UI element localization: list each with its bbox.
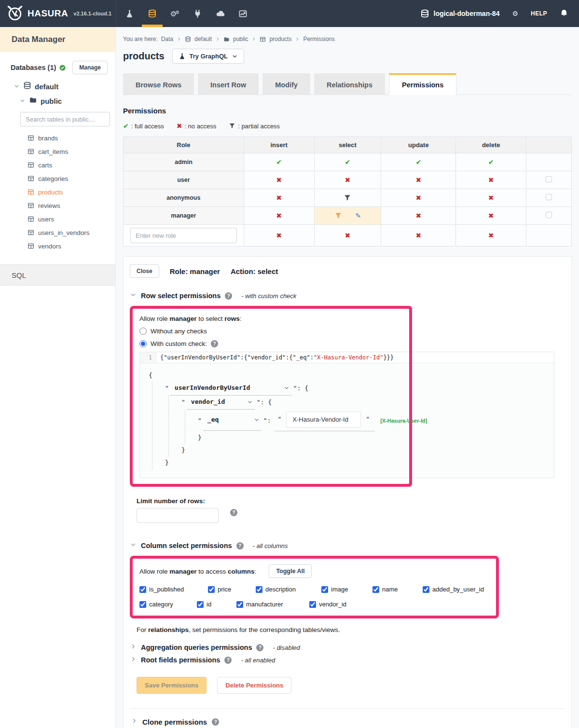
breadcrumb-schema[interactable]: public: [233, 36, 248, 42]
project-name-button[interactable]: logical-doberman-84: [420, 9, 500, 18]
data-database-icon[interactable]: [141, 0, 164, 27]
session-variable-suggestion[interactable]: [X-Hasura-User-Id]: [380, 411, 427, 430]
column-checkbox-category[interactable]: category: [139, 601, 197, 608]
perm-manager-delete[interactable]: ✖: [456, 207, 526, 225]
tab-insert-row[interactable]: Insert Row: [198, 73, 259, 95]
sidebar-item-sql[interactable]: SQL: [0, 264, 115, 286]
column-checkbox-name[interactable]: name: [372, 586, 423, 593]
help-icon[interactable]: ?: [225, 292, 232, 300]
sidebar-item-table-products[interactable]: products: [28, 185, 115, 199]
perm-anonymous-delete[interactable]: ✖: [456, 189, 526, 207]
sidebar-item-table-carts[interactable]: carts: [28, 158, 115, 172]
operator-select-userInVendorByUserId[interactable]: userInVendorByUserId: [171, 382, 291, 396]
session-variable-input[interactable]: [286, 412, 361, 427]
custom-check-editor[interactable]: 1 {"userInVendorByUserId":{"vendor_id":{…: [139, 352, 554, 478]
clone-permissions-header[interactable]: Clone permissions ?: [130, 708, 565, 728]
toggle-all-button[interactable]: Toggle All: [269, 564, 312, 578]
events-cloud-icon[interactable]: [209, 0, 232, 27]
sidebar-item-table-cart-items[interactable]: cart_items: [28, 145, 115, 158]
perm-admin-update[interactable]: ✔: [381, 153, 456, 171]
help-link[interactable]: HELP: [531, 10, 547, 17]
manage-button[interactable]: Manage: [72, 61, 108, 74]
help-icon[interactable]: ?: [230, 509, 237, 516]
operator-select-eq[interactable]: _eq: [204, 410, 262, 431]
chevron-down-icon[interactable]: [14, 82, 20, 91]
breadcrumb-table[interactable]: products: [269, 36, 291, 42]
column-checkbox-description[interactable]: description: [256, 586, 321, 593]
column-checkbox-id[interactable]: id: [197, 601, 236, 608]
aggregation-permissions-header[interactable]: Aggregation queries permissions ? - disa…: [130, 643, 565, 652]
delete-permissions-button[interactable]: Delete Permissions: [217, 677, 291, 694]
sidebar-item-table-brands[interactable]: brands: [28, 131, 115, 145]
column-checkbox-added-by-user-id[interactable]: added_by_user_id: [423, 586, 484, 593]
perm-user-delete[interactable]: ✖: [456, 171, 526, 189]
help-icon[interactable]: ?: [224, 657, 232, 664]
sidebar-item-schema-public[interactable]: public: [0, 94, 115, 108]
save-permissions-button[interactable]: Save Permissions: [137, 677, 207, 694]
try-graphql-button[interactable]: Try GraphQL: [172, 49, 244, 64]
column-checkbox-price[interactable]: price: [208, 586, 256, 593]
notifications-bell-icon[interactable]: [560, 8, 568, 19]
column-checkbox-vendor-id[interactable]: vendor_id: [309, 601, 346, 608]
radio-without-checks-input[interactable]: [139, 328, 147, 335]
close-button[interactable]: Close: [130, 264, 159, 278]
radio-with-custom-check[interactable]: With custom check: ?: [139, 340, 409, 347]
row-checkbox[interactable]: [546, 176, 552, 182]
settings-gear-icon[interactable]: ⚙: [512, 10, 518, 17]
tab-permissions[interactable]: Permissions: [389, 73, 456, 95]
perm-admin-select[interactable]: ✔: [314, 153, 381, 171]
perm-manager-update[interactable]: ✖: [381, 207, 456, 225]
chevron-down-icon[interactable]: [19, 97, 26, 105]
column-select-permissions-header[interactable]: Column select permissions ? - all column…: [130, 541, 565, 550]
radio-with-custom-check-input[interactable]: [139, 340, 147, 347]
breadcrumb-page[interactable]: Permissions: [303, 36, 334, 42]
sidebar-item-table-categories[interactable]: categories: [28, 172, 115, 185]
limit-rows-input[interactable]: [137, 508, 219, 523]
actions-gears-icon[interactable]: ⚙⚙: [164, 0, 186, 27]
api-flask-icon[interactable]: [118, 0, 141, 27]
allow-columns-row: Allow role manager to access columns: To…: [139, 564, 489, 578]
row-checkbox[interactable]: [546, 194, 552, 200]
sidebar-item-table-vendors[interactable]: vendors: [28, 239, 115, 253]
monitoring-chart-icon[interactable]: [232, 0, 254, 27]
perm-user-update[interactable]: ✖: [381, 171, 456, 189]
sidebar-item-database-default[interactable]: default: [0, 79, 115, 94]
perm-user-select[interactable]: ✖: [314, 171, 381, 189]
perm-manager-select-active[interactable]: ✎: [314, 207, 381, 225]
help-icon[interactable]: ?: [211, 340, 218, 347]
breadcrumb-database[interactable]: default: [194, 36, 212, 42]
edit-pencil-icon[interactable]: ✎: [356, 212, 361, 220]
remote-schemas-plug-icon[interactable]: [186, 0, 209, 27]
search-tables-input[interactable]: [20, 112, 110, 126]
column-checkbox-is-published[interactable]: is_published: [139, 586, 208, 593]
breadcrumb-data[interactable]: Data: [161, 36, 173, 42]
matrix-row-manager: manager ✖ ✎ ✖ ✖: [124, 207, 572, 225]
help-icon[interactable]: ?: [212, 718, 219, 726]
perm-admin-insert[interactable]: ✔: [244, 153, 314, 171]
root-fields-permissions-header[interactable]: Root fields permissions ? - all enabled: [130, 656, 565, 664]
perm-admin-delete[interactable]: ✔: [456, 153, 526, 171]
sidebar-item-table-users[interactable]: users: [28, 212, 115, 226]
help-icon[interactable]: ?: [236, 542, 244, 549]
help-icon[interactable]: ?: [256, 644, 263, 651]
hasura-logo[interactable]: HASURA v2.16.1-cloud.1: [0, 0, 116, 27]
check-icon: ✔: [488, 158, 494, 166]
column-checkbox-manufacturer[interactable]: manufacturer: [236, 601, 309, 608]
sidebar-item-table-reviews[interactable]: reviews: [28, 199, 115, 212]
column-checkbox-image[interactable]: image: [321, 586, 372, 593]
perm-anonymous-insert[interactable]: ✖: [244, 189, 314, 207]
row-checkbox[interactable]: [546, 212, 552, 218]
row-select-permissions-header[interactable]: Row select permissions ? - with custom c…: [130, 291, 565, 300]
new-role-input[interactable]: [130, 228, 237, 243]
tab-modify[interactable]: Modify: [262, 73, 310, 95]
operator-select-vendor-id[interactable]: vendor_id: [187, 396, 255, 410]
sidebar-item-table-users-in-vendors[interactable]: users_in_vendors: [28, 226, 115, 239]
code-line-1[interactable]: 1 {"userInVendorByUserId":{"vendor_id":{…: [140, 352, 554, 363]
tab-browse-rows[interactable]: Browse Rows: [123, 73, 194, 95]
perm-anonymous-update[interactable]: ✖: [381, 189, 456, 207]
perm-anonymous-select[interactable]: [314, 189, 381, 207]
tab-relationships[interactable]: Relationships: [314, 73, 385, 95]
perm-manager-insert[interactable]: ✖: [244, 207, 314, 225]
radio-without-checks[interactable]: Without any checks: [139, 328, 409, 335]
perm-user-insert[interactable]: ✖: [244, 171, 314, 189]
